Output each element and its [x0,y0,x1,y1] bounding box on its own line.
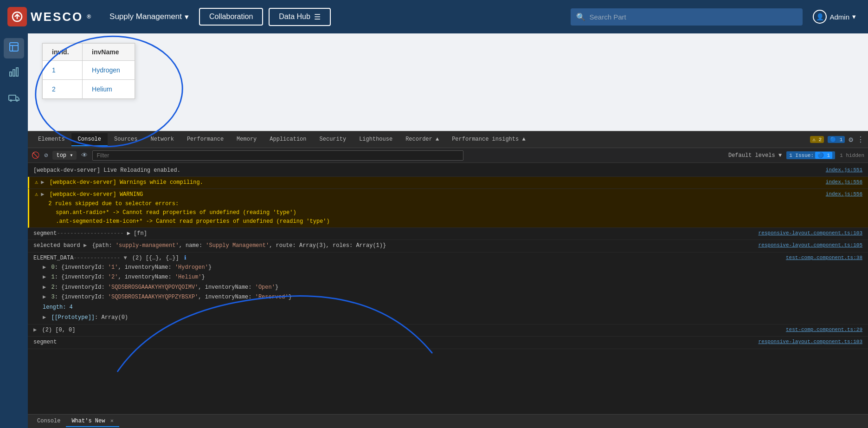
expand-arrow-6[interactable]: ▼ [123,255,127,261]
log-line-6: ELEMENT_DATA-------------- ▼ (2) [{…}, {… [28,253,868,325]
table-row: 1Hydrogen [43,61,135,80]
log-line-8: segment responsive-layout.component.ts:1… [28,337,868,349]
supply-dropdown-icon: ▾ [185,12,189,22]
logo-icon [7,7,27,26]
devtools-panel: Elements Console Sources Network Perform… [28,131,868,428]
log-source-2[interactable]: index.js:556 [826,178,862,187]
supply-management-nav[interactable]: Supply Management ▾ [105,9,193,25]
delivery-icon [8,91,19,105]
svg-rect-1 [10,43,18,51]
log-line-7: ▶ (2) [0, 0] test-comp.component.ts:29 [28,324,868,337]
info-icon-6: ℹ [184,255,186,261]
main-area: invId. invName 1Hydrogen2Helium Elements… [0,33,868,428]
issue-badge: 1 Issue: 🔵 1 [786,151,835,159]
sidebar-item-inventory[interactable] [4,38,24,58]
settings-icon[interactable]: ⚙ [849,135,853,144]
sidebar-item-delivery[interactable] [4,88,24,109]
console-log-area: [webpack-dev-server] Live Reloading enab… [28,163,868,414]
data-hub-button[interactable]: Data Hub ☰ [269,8,331,26]
log-source-1[interactable]: index.js:551 [826,166,862,175]
devtools-bottom-tabs: Console What's New ✕ [28,414,868,428]
table-row: 2Helium [43,80,135,99]
cell-invid: 1 [43,61,83,80]
expand-arrow-5[interactable]: ▶ [84,242,87,249]
log-content-2: ▶ [webpack-dev-server] Warnings while co… [41,178,822,187]
tab-recorder[interactable]: Recorder ▲ [399,133,445,146]
tab-elements[interactable]: Elements [32,133,71,146]
collaboration-label: Collaboration [209,13,253,21]
tab-network[interactable]: Network [144,133,180,146]
element-data-expanded: ▶ 0: {inventoryId: '1', inventoryName: '… [43,263,292,323]
console-filter-input[interactable] [92,150,463,161]
tab-performance-insights[interactable]: Performance insights ▲ [445,133,532,146]
svg-rect-3 [13,70,15,76]
clear-console-icon[interactable]: 🚫 [32,151,39,159]
data-hub-label: Data Hub [279,13,310,21]
console-subtoolbar: 🚫 ⊘ top ▾ 👁 Default levels ▼ 1 Issue: 🔵 … [28,148,868,163]
issue-label: 1 Issue: [789,153,814,158]
tab-memory[interactable]: Memory [230,133,263,146]
logo-reg: ® [87,13,92,20]
admin-avatar: 👤 [813,10,827,24]
default-levels-select[interactable]: Default levels ▼ [728,152,782,159]
log-source-6[interactable]: test-comp.component.ts:38 [786,254,862,262]
info-badge: 🔵 1 [828,136,845,143]
tab-console[interactable]: Console [71,133,108,146]
logo-text: WESCO [31,10,83,24]
svg-rect-5 [9,95,16,100]
logo: WESCO ® [7,7,92,26]
log-line-3: ⚠ ▶ [webpack-dev-server] WARNING 2 rules… [28,189,868,228]
filter-icon[interactable]: ⊘ [44,151,48,159]
close-whats-new[interactable]: ✕ [110,418,114,424]
log-source-4[interactable]: responsive-layout.component.ts:103 [759,229,862,238]
top-context-select[interactable]: top ▾ [52,151,77,160]
tab-security[interactable]: Security [313,133,353,146]
log-line-5: selected baord ▶ {path: 'supply-manageme… [28,240,868,252]
eye-icon[interactable]: 👁 [81,152,88,159]
devtools-tabs-toolbar: Elements Console Sources Network Perform… [28,131,868,148]
log-content-8: segment [33,338,755,347]
col-invid-header: invId. [43,44,83,61]
log-line-1: [webpack-dev-server] Live Reloading enab… [28,165,868,177]
admin-label: Admin [829,13,849,21]
log-line-4: segment-------------------- ▶ [fn] respo… [28,228,868,240]
tab-lighthouse[interactable]: Lighthouse [353,133,399,146]
cell-invname: Hydrogen [83,61,135,80]
log-content-1: [webpack-dev-server] Live Reloading enab… [33,166,822,175]
log-content-5: selected baord ▶ {path: 'supply-manageme… [33,241,755,250]
bottom-tab-console[interactable]: Console [32,416,66,427]
log-source-5[interactable]: responsive-layout.component.ts:105 [759,241,862,250]
expand-arrow-3[interactable]: ▶ [41,191,44,198]
log-source-8[interactable]: responsive-layout.component.ts:103 [759,338,862,346]
analytics-icon [8,66,19,80]
col-invname-header: invName [83,44,135,61]
tab-application[interactable]: Application [263,133,313,146]
expand-arrow-2[interactable]: ▶ [41,179,44,186]
supply-management-label: Supply Management [109,12,182,21]
tab-performance[interactable]: Performance [180,133,230,146]
log-line-2: ⚠ ▶ [webpack-dev-server] Warnings while … [28,177,868,189]
log-source-3[interactable]: index.js:556 [826,190,862,199]
log-source-7[interactable]: test-comp.component.ts:29 [786,326,862,334]
inventory-icon [8,41,19,55]
devtools-toolbar-right: ⚠ 2 🔵 1 ⚙ ⋮ [810,135,864,144]
inventory-table-card: invId. invName 1Hydrogen2Helium [42,43,135,99]
page-content: invId. invName 1Hydrogen2Helium Elements… [28,33,868,428]
search-icon: 🔍 [576,13,585,21]
admin-menu[interactable]: 👤 Admin ▾ [808,7,861,26]
warn-icon-2: ⚠ [35,178,38,187]
search-input[interactable] [571,8,803,26]
tab-sources[interactable]: Sources [108,133,144,146]
bottom-tab-whats-new[interactable]: What's New ✕ [66,415,119,427]
more-icon[interactable]: ⋮ [857,135,864,144]
warn-badge: ⚠ 2 [810,136,824,143]
issue-count: 🔵 1 [815,152,832,159]
svg-rect-4 [16,68,18,76]
log-content-3: ▶ [webpack-dev-server] WARNING 2 rules s… [41,190,822,226]
sidebar [0,33,28,428]
collaboration-button[interactable]: Collaboration [199,8,263,26]
search-area: 🔍 [571,8,803,26]
log-content-4: segment-------------------- ▶ [fn] [33,229,755,238]
sidebar-item-analytics[interactable] [4,63,24,84]
log-content-7: ▶ (2) [0, 0] [33,326,782,335]
